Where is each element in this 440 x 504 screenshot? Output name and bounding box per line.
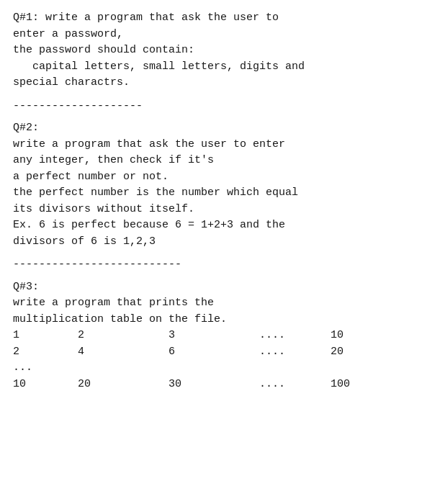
table-row-10: 10 20 30 .... 100 [13, 377, 427, 393]
q1-line-5: special charactrs. [13, 75, 427, 91]
main-content: Q#1: write a program that ask the user t… [13, 10, 427, 392]
q3-line-2: write a program that prints the [13, 295, 427, 312]
table-row-1: 1 2 3 .... 10 [13, 328, 427, 344]
q2-line-7: Ex. 6 is perfect because 6 = 1+2+3 and t… [13, 217, 427, 234]
q2-line-8: divisors of 6 is 1,2,3 [13, 234, 427, 251]
question-2: Q#2: write a program that ask the user t… [13, 120, 427, 250]
q1-line-2: enter a password, [13, 27, 427, 43]
question-1: Q#1: write a program that ask the user t… [13, 10, 427, 91]
q1-line-4: capital letters, small letters, digits a… [13, 59, 427, 76]
q2-line-5: the perfect number is the number which e… [13, 185, 427, 202]
q3-line-1: Q#3: [13, 279, 427, 296]
q2-line-1: Q#2: [13, 120, 427, 137]
divider-2: -------------------------- [13, 257, 427, 274]
q2-line-2: write a program that ask the user to ent… [13, 137, 427, 153]
question-3: Q#3: write a program that prints the mul… [13, 279, 427, 393]
table-row-2: 2 4 6 .... 20 [13, 344, 427, 361]
table-row-ellipsis: ... [13, 360, 427, 377]
q2-line-3: any integer, then check if it's [13, 153, 427, 169]
q2-line-4: a perfect number or not. [13, 169, 427, 186]
q2-line-6: its divisors without itself. [13, 202, 427, 218]
q3-line-3: multiplication table on the file. [13, 312, 427, 328]
q1-line-1: Q#1: write a program that ask the user t… [13, 10, 427, 27]
divider-1: -------------------- [13, 99, 427, 115]
q1-line-3: the password should contain: [13, 42, 427, 59]
